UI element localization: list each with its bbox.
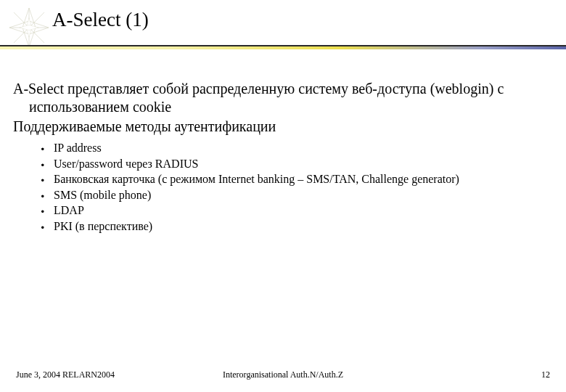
svg-marker-13 <box>20 25 38 30</box>
list-item: SMS (mobile phone) <box>41 187 553 203</box>
svg-line-6 <box>29 21 49 28</box>
svg-line-7 <box>29 28 49 34</box>
svg-line-3 <box>14 12 44 43</box>
svg-line-4 <box>22 8 29 28</box>
paragraph-intro: A-Select представляет собой распределенн… <box>13 80 553 116</box>
footer-center: Interorganisational Auth.N/Auth.Z <box>0 369 566 380</box>
svg-line-11 <box>9 28 29 34</box>
paragraph-methods-heading: Поддерживаемые методы аутентификации <box>13 118 553 136</box>
list-item: LDAP <box>41 203 553 219</box>
slide-title: A-Select (1) <box>52 9 149 31</box>
title-divider <box>0 45 566 49</box>
bullet-list: IP address User/password через RADIUS Ба… <box>41 140 553 234</box>
svg-line-9 <box>29 28 36 47</box>
list-item: IP address <box>41 140 553 156</box>
svg-line-10 <box>9 21 29 28</box>
svg-line-8 <box>22 28 29 47</box>
list-item: User/password через RADIUS <box>41 156 553 172</box>
starburst-icon <box>7 6 51 49</box>
slide: A-Select (1) A-Select представляет собой… <box>0 0 566 392</box>
svg-line-5 <box>29 8 36 28</box>
svg-marker-12 <box>26 18 31 37</box>
footer-page-number: 12 <box>541 369 550 380</box>
slide-body: A-Select представляет собой распределенн… <box>13 80 553 234</box>
list-item: Банковская карточка (с режимом Internet … <box>41 171 553 187</box>
svg-line-2 <box>14 12 44 43</box>
list-item: PKI (в перспективе) <box>41 219 553 234</box>
